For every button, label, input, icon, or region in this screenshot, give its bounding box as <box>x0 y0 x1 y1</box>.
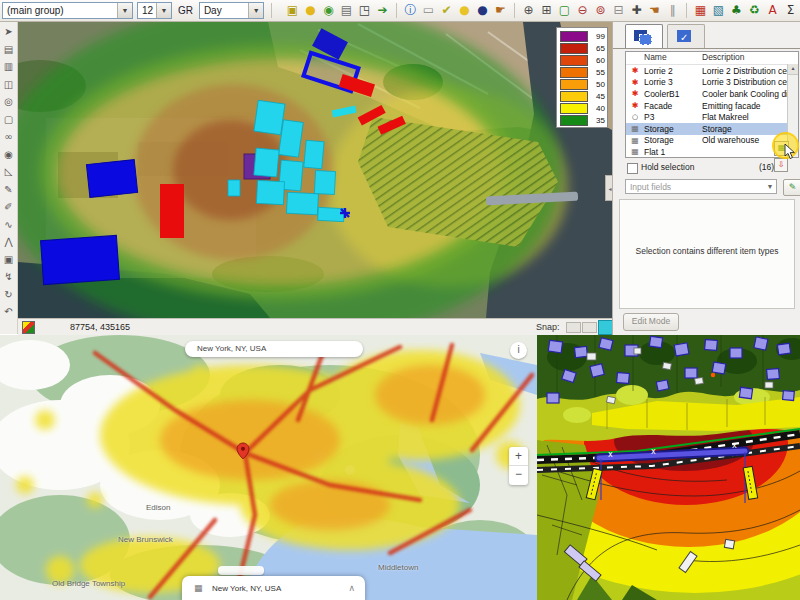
point-tool-icon[interactable]: ◉ <box>2 148 16 162</box>
edit-mode-button[interactable]: Edit Mode <box>623 313 679 331</box>
snap-option-box[interactable] <box>566 322 581 333</box>
size-dropdown[interactable]: 12 ▼ <box>137 2 172 19</box>
zoom-out-icon[interactable]: ⊖ <box>575 3 590 18</box>
hold-selection-checkbox[interactable] <box>627 163 638 174</box>
select-tool-icon[interactable]: ➤ <box>2 25 16 39</box>
legend-swatch <box>560 115 588 126</box>
info-icon: i <box>517 344 519 355</box>
export-selection-button[interactable]: ⇩ <box>774 158 788 172</box>
polyline-tool-icon[interactable]: ⋀ <box>2 235 16 249</box>
place-card[interactable]: ▦ New York, NY, USA ∧ <box>182 576 365 600</box>
cad-map-canvas[interactable]: xxx <box>537 335 800 600</box>
source-item-icon: ✱ <box>626 89 644 98</box>
source-item-icon: ✱ <box>626 66 644 75</box>
pan-icon[interactable]: ✚ <box>629 3 644 18</box>
pencil-tool-icon[interactable]: ✎ <box>2 183 16 197</box>
chevron-down-icon[interactable]: ▼ <box>156 3 171 18</box>
recycle-icon[interactable]: ♻ <box>747 3 762 18</box>
zoom-in-button[interactable]: + <box>509 447 528 466</box>
toolbar-separator <box>271 3 272 18</box>
legend-band: 55 <box>560 66 605 78</box>
edit-fields-button[interactable]: ✎ <box>783 179 800 196</box>
grid-results-icon[interactable]: ▦ <box>693 3 708 18</box>
map-place-label: Edison <box>146 503 170 512</box>
model-map-viewport[interactable]: 9965605550454035 <box>18 22 612 318</box>
svg-text:x: x <box>651 447 656 456</box>
snap-option-box[interactable] <box>582 322 597 333</box>
slope-tool-icon[interactable]: ◺ <box>2 165 16 179</box>
info-icon[interactable]: ⓘ <box>403 3 418 18</box>
city-heatmap-canvas[interactable] <box>0 335 537 600</box>
sum-icon[interactable]: Σ <box>783 3 798 18</box>
stamp-tool-icon[interactable]: ✐ <box>2 200 16 214</box>
chevron-up-icon[interactable]: ∧ <box>348 583 355 593</box>
table-row[interactable]: ✱Lorrie 2Lorrie 2 Distribution centre <box>626 65 798 77</box>
table-row[interactable]: ▦StorageStorage <box>626 123 798 135</box>
columns-icon[interactable]: ∥ <box>665 3 680 18</box>
rotate-tool-icon[interactable]: ↻ <box>2 288 16 302</box>
hold-selection-row: Hold selection (16) <box>625 161 799 174</box>
object-name: P3 <box>644 112 702 122</box>
sphere-night-icon[interactable]: ● <box>475 3 490 18</box>
image-tool-icon[interactable]: ◫ <box>2 78 16 92</box>
app-screen: (main group) ▼ 12 ▼ GR Day ▼ ▣●◉▤◳➔ⓘ▭✔●●… <box>0 0 800 600</box>
zoom-out-button[interactable]: − <box>509 466 528 484</box>
input-fields-dropdown[interactable]: Input fields ▼ <box>625 179 777 194</box>
duplicate-icon[interactable]: ▥ <box>2 60 16 74</box>
chevron-down-icon[interactable]: ▼ <box>764 183 776 190</box>
table-row[interactable]: ✱FacadeEmitting facade <box>626 100 798 112</box>
city-heatmap-viewport[interactable]: EdisonNew BrunswickMiddletownOld Bridge … <box>0 335 537 600</box>
legend-value: 65 <box>596 44 605 53</box>
place-card-label: New York, NY, USA <box>212 584 281 593</box>
chevron-down-icon[interactable]: ▼ <box>248 3 263 18</box>
model-map-canvas[interactable] <box>18 22 612 318</box>
legend-swatch <box>560 79 588 90</box>
rect-tool-icon[interactable]: ▢ <box>2 113 16 127</box>
table-row[interactable]: ✱CoolerB1Cooler bank Cooling distributio… <box>626 88 798 100</box>
panel-tabs: ✓ <box>613 22 800 49</box>
tab-selection[interactable] <box>625 24 663 48</box>
tab-check[interactable]: ✓ <box>667 24 705 48</box>
model-cube-icon[interactable]: ▣ <box>285 3 300 18</box>
printer-icon[interactable]: ▤ <box>339 3 354 18</box>
undo-tool-icon[interactable]: ↶ <box>2 305 16 319</box>
info-button[interactable]: i <box>510 342 527 359</box>
zoom-window-icon[interactable]: ⊞ <box>539 3 554 18</box>
period-dropdown[interactable]: Day ▼ <box>199 2 264 19</box>
circle-tool-icon[interactable]: ◎ <box>2 95 16 109</box>
tree-icon[interactable]: ♣ <box>729 3 744 18</box>
curve-tool-icon[interactable]: ∿ <box>2 218 16 232</box>
chevron-down-icon[interactable]: ▼ <box>117 3 132 18</box>
table-row[interactable]: ○P3Flat Makreel <box>626 111 798 123</box>
pdf-icon[interactable]: A <box>765 3 780 18</box>
select-area-icon[interactable]: ▣ <box>2 253 16 267</box>
zoom-user-icon[interactable]: ⊚ <box>593 3 608 18</box>
hand-point-icon[interactable]: ☛ <box>493 3 508 18</box>
scroll-up-icon[interactable]: ▴ <box>788 64 798 75</box>
capture-icon[interactable]: ◳ <box>357 3 372 18</box>
exit-icon[interactable]: ➔ <box>375 3 390 18</box>
object-name: Storage <box>644 135 702 145</box>
frame-select-icon[interactable]: ▭ <box>421 3 436 18</box>
search-input[interactable]: New York, NY, USA <box>185 341 363 357</box>
status-bar: 87754, 435165 Snap: <box>18 318 612 335</box>
dashed-frame-icon[interactable]: ⊟ <box>611 3 626 18</box>
table-row[interactable]: ✱Lorrie 3Lorrie 3 Distribution centre <box>626 77 798 89</box>
sphere-day-icon[interactable]: ● <box>457 3 472 18</box>
building-item-icon: ▦ <box>626 124 644 133</box>
legend-swatch <box>560 55 588 66</box>
fit-page-icon[interactable]: ▢ <box>557 3 572 18</box>
link-tool-icon[interactable]: ∞ <box>2 130 16 144</box>
new-item-icon[interactable]: ▤ <box>2 43 16 57</box>
cad-map-viewport[interactable]: xxx <box>537 335 800 600</box>
bolt-tool-icon[interactable]: ↯ <box>2 270 16 284</box>
chart-export-icon[interactable]: ▧ <box>711 3 726 18</box>
grab-icon[interactable]: ☚ <box>647 3 662 18</box>
legend-swatch <box>560 67 588 78</box>
sphere-multi-icon[interactable]: ◉ <box>321 3 336 18</box>
pencil-icon: ✎ <box>789 182 797 192</box>
zoom-in-icon[interactable]: ⊕ <box>521 3 536 18</box>
sphere-yellow-icon[interactable]: ● <box>303 3 318 18</box>
group-dropdown[interactable]: (main group) ▼ <box>2 2 133 19</box>
check-edit-icon[interactable]: ✔ <box>439 3 454 18</box>
